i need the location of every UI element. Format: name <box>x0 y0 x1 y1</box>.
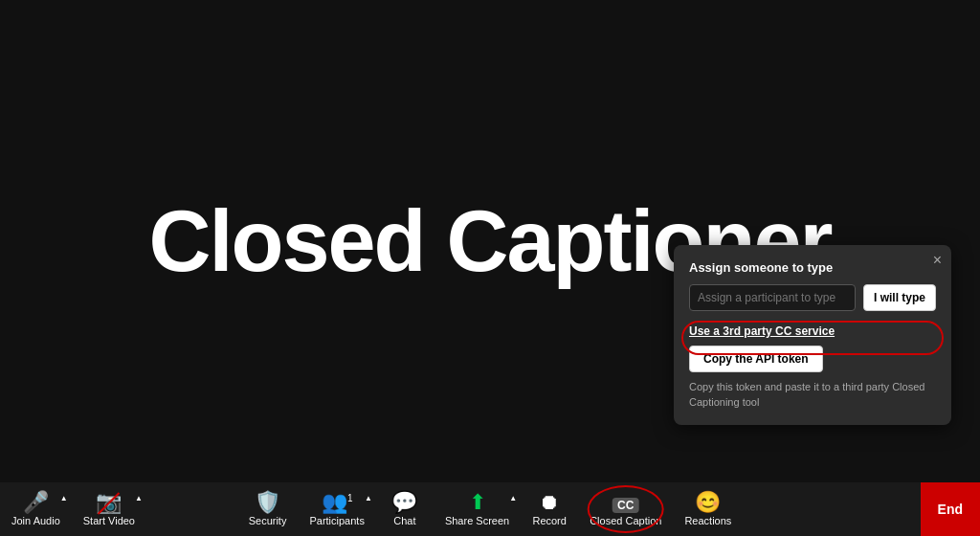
record-label: Record <box>532 515 566 526</box>
closed-caption-icon: CC <box>612 492 638 513</box>
reactions-button[interactable]: 😊 Reactions <box>673 488 743 530</box>
reactions-label: Reactions <box>684 515 731 526</box>
toolbar-center: 🛡️ Security ▲ 👥1 Participants 💬 Chat ▲ ⬆… <box>237 488 744 530</box>
end-button[interactable]: End <box>921 482 980 536</box>
reactions-icon: 😊 <box>695 492 721 513</box>
closed-caption-popup: × Assign someone to type I will type Use… <box>674 245 951 425</box>
toolbar-right: End <box>921 482 980 536</box>
main-video-area: Closed Captioner × Assign someone to typ… <box>0 0 980 482</box>
assign-participant-input[interactable] <box>689 284 856 311</box>
join-audio-label: Join Audio <box>11 515 60 526</box>
participants-label: Participants <box>309 515 364 526</box>
copy-token-button[interactable]: Copy the API token <box>689 346 823 372</box>
copy-token-hint: Copy this token and paste it to a third … <box>689 380 936 410</box>
third-party-section-title: Use a 3rd party CC service <box>689 324 936 338</box>
toolbar: ▲ 🎤 Join Audio ▲ 📷 Start Video 🛡️ Securi… <box>0 482 980 536</box>
join-audio-icon: 🎤 <box>23 492 49 513</box>
start-video-caret: ▲ <box>135 494 143 502</box>
share-screen-label: Share Screen <box>445 515 509 526</box>
start-video-button[interactable]: ▲ 📷 Start Video <box>72 488 146 530</box>
chat-icon: 💬 <box>391 492 417 513</box>
share-screen-caret: ▲ <box>509 494 517 502</box>
record-icon: ⏺ <box>539 492 560 513</box>
join-audio-caret: ▲ <box>60 494 68 502</box>
i-will-type-button[interactable]: I will type <box>863 284 936 311</box>
closed-caption-label: Closed Caption <box>590 515 661 526</box>
security-icon: 🛡️ <box>255 492 280 513</box>
participants-button[interactable]: ▲ 👥1 Participants <box>298 488 375 530</box>
record-button[interactable]: ⏺ Record <box>521 488 578 530</box>
chat-button[interactable]: 💬 Chat <box>376 488 434 530</box>
chat-label: Chat <box>393 515 415 526</box>
security-label: Security <box>249 515 287 526</box>
participants-caret: ▲ <box>365 494 372 502</box>
assign-row: I will type <box>689 284 936 311</box>
security-button[interactable]: 🛡️ Security <box>237 488 299 530</box>
participants-icon: 👥1 <box>322 492 353 513</box>
closed-caption-button[interactable]: CC Closed Caption <box>578 488 673 530</box>
share-screen-button[interactable]: ▲ ⬆ Share Screen <box>434 488 521 530</box>
assign-row-wrapper: I will type <box>689 284 936 311</box>
join-audio-button[interactable]: ▲ 🎤 Join Audio <box>0 488 72 530</box>
share-screen-icon: ⬆ <box>469 492 486 513</box>
popup-close-button[interactable]: × <box>933 253 942 268</box>
assign-section-title: Assign someone to type <box>689 260 936 275</box>
start-video-label: Start Video <box>83 515 135 526</box>
participants-count: 1 <box>347 493 353 503</box>
start-video-icon: 📷 <box>96 492 122 513</box>
toolbar-left: ▲ 🎤 Join Audio ▲ 📷 Start Video <box>0 488 146 530</box>
